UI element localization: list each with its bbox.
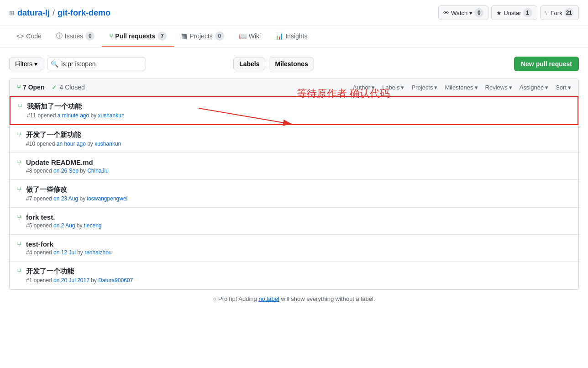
search-input[interactable] xyxy=(47,58,146,70)
tab-issues[interactable]: ⓘ Issues 0 xyxy=(49,26,102,47)
pr-by-10: by xyxy=(87,141,94,147)
pr-author-1[interactable]: Datura900607 xyxy=(98,277,133,284)
milestones-button[interactable]: Milestones xyxy=(269,58,314,70)
fork-label: Fork xyxy=(551,10,562,16)
labels-filter[interactable]: Labels ▾ xyxy=(382,84,404,91)
pr-title-link-11[interactable]: 我新加了一个功能 xyxy=(27,102,82,110)
labels-button[interactable]: Labels xyxy=(233,58,265,70)
issues-count: 0 xyxy=(85,32,94,41)
pr-open-icon: ⑂ xyxy=(17,186,21,194)
pr-time-8[interactable]: on 26 Sep xyxy=(53,168,79,174)
pr-open-icon: ⑂ xyxy=(17,268,21,276)
chevron-down-icon: ▾ xyxy=(401,84,404,91)
pr-time-4[interactable]: on 12 Jul xyxy=(53,249,76,256)
unstar-button[interactable]: ★ Unstar 1 xyxy=(491,5,537,20)
pr-by-7: by xyxy=(80,195,87,202)
milestones-filter[interactable]: Milestones ▾ xyxy=(445,84,478,91)
pr-title-link-5[interactable]: fork test. xyxy=(26,213,55,221)
search-wrapper: 🔍 xyxy=(47,58,230,70)
pr-author-7[interactable]: ioswangpengwei xyxy=(87,195,128,202)
pr-author-4[interactable]: renhaizhou xyxy=(84,249,111,256)
chevron-down-icon: ▾ xyxy=(509,84,512,91)
pr-author-8[interactable]: ChinaJiu xyxy=(87,168,109,174)
pr-item-7: ⑂ 做了一些修改 #7 opened on 23 Aug by ioswangp… xyxy=(10,180,578,208)
pr-by-11: by xyxy=(91,112,98,119)
pr-number-11: #11 xyxy=(27,112,36,119)
fork-button[interactable]: ⑂ Fork 21 xyxy=(540,5,579,20)
tab-pr-label: Pull requests xyxy=(115,32,155,40)
pr-time-5[interactable]: on 2 Aug xyxy=(53,222,75,229)
author-filter[interactable]: Author ▾ xyxy=(353,84,375,91)
pr-item-8: ⑂ Update README.md #8 opened on 26 Sep b… xyxy=(10,153,578,180)
watch-button[interactable]: 👁 Watch ▾ 0 xyxy=(438,5,488,20)
filters-button[interactable]: Filters ▾ xyxy=(9,58,43,70)
tab-code[interactable]: <> Code xyxy=(9,26,49,47)
projects-filter[interactable]: Projects ▾ xyxy=(411,84,437,91)
pr-content-11: 我新加了一个功能 #11 opened a minute ago by xush… xyxy=(27,102,570,119)
chevron-down-icon: ▾ xyxy=(372,84,375,91)
pr-item-11: ⑂ 我新加了一个功能 #11 opened a minute ago by xu… xyxy=(10,96,578,125)
pr-time-10[interactable]: an hour ago xyxy=(57,141,86,147)
protip-text-after: will show everything without a label. xyxy=(281,295,375,302)
pr-by-8: by xyxy=(80,168,87,174)
pr-meta-10: #10 opened an hour ago by xushankun xyxy=(26,141,571,147)
pr-title-7: 做了一些修改 xyxy=(26,185,571,194)
milestones-filter-label: Milestones xyxy=(445,84,473,91)
repo-owner-link[interactable]: datura-lj xyxy=(17,8,50,18)
pr-open-count[interactable]: ⑂ 7 Open xyxy=(17,84,44,91)
chevron-down-icon: ▾ xyxy=(34,60,37,68)
pr-closed-count[interactable]: ✓ 4 Closed xyxy=(52,84,84,91)
pr-open-icon: ⑂ xyxy=(17,84,21,91)
pr-open-icon: ⑂ xyxy=(17,131,21,139)
pr-author-5[interactable]: tieceng xyxy=(84,222,102,229)
pr-opened-text-5: opened xyxy=(34,222,53,229)
pr-author-10[interactable]: xushankun xyxy=(94,141,121,147)
pr-icon-nav: ⑂ xyxy=(109,32,113,40)
author-filter-label: Author xyxy=(353,84,370,91)
pr-time-11[interactable]: a minute ago xyxy=(58,112,89,119)
pr-title-link-8[interactable]: Update README.md xyxy=(26,158,93,166)
assignee-filter[interactable]: Assignee ▾ xyxy=(520,84,548,91)
pr-title-link-4[interactable]: test-fork xyxy=(26,240,53,248)
pr-number-10: #10 xyxy=(26,141,35,147)
tab-projects[interactable]: ▦ Projects 0 xyxy=(174,26,231,47)
wiki-icon: 📖 xyxy=(239,32,247,40)
reviews-filter[interactable]: Reviews ▾ xyxy=(485,84,512,91)
pr-meta-7: #7 opened on 23 Aug by ioswangpengwei xyxy=(26,195,571,202)
tab-pull-requests[interactable]: ⑂ Pull requests 7 xyxy=(102,26,174,47)
pr-title-link-10[interactable]: 开发了一个新功能 xyxy=(26,131,81,138)
protip-link[interactable]: no:label xyxy=(258,295,279,302)
sort-filter[interactable]: Sort ▾ xyxy=(556,84,571,91)
repo-name-link[interactable]: git-fork-demo xyxy=(58,8,110,18)
pr-meta-8: #8 opened on 26 Sep by ChinaJiu xyxy=(26,168,571,174)
pr-open-icon: ⑂ xyxy=(18,103,22,111)
chevron-down-icon: ▾ xyxy=(568,84,571,91)
pr-time-7[interactable]: on 23 Aug xyxy=(53,195,78,202)
pr-content-10: 开发了一个新功能 #10 opened an hour ago by xusha… xyxy=(26,131,571,147)
pr-meta-5: #5 opened on 2 Aug by tieceng xyxy=(26,222,571,229)
tab-insights-label: Insights xyxy=(285,32,307,40)
new-pull-request-button[interactable]: New pull request xyxy=(514,57,579,71)
pr-open-icon: ⑂ xyxy=(17,159,21,167)
chevron-down-icon: ▾ xyxy=(469,10,472,16)
checkmark-icon: ✓ xyxy=(52,84,57,91)
projects-icon: ▦ xyxy=(181,32,187,40)
header-actions: 👁 Watch ▾ 0 ★ Unstar 1 ⑂ Fork 21 xyxy=(438,5,579,20)
pr-time-1[interactable]: on 20 Jul 2017 xyxy=(53,277,89,284)
pr-title-5: fork test. xyxy=(26,213,571,221)
labels-filter-label: Labels xyxy=(382,84,399,91)
pr-list-header-right: Author ▾ Labels ▾ Projects ▾ Milestones … xyxy=(353,84,571,91)
pr-author-11[interactable]: xushankun xyxy=(98,112,125,119)
pr-by-5: by xyxy=(77,222,84,229)
pr-opened-text-1: opened xyxy=(34,277,53,284)
pr-title-link-1[interactable]: 开发了一个功能 xyxy=(26,267,74,275)
pr-opened-text-10: opened xyxy=(37,141,56,147)
tab-insights[interactable]: 📊 Insights xyxy=(268,26,315,47)
fork-icon: ⑂ xyxy=(545,10,549,16)
pr-closed-label: 4 Closed xyxy=(59,84,84,91)
pr-title-link-7[interactable]: 做了一些修改 xyxy=(26,185,67,193)
tab-wiki[interactable]: 📖 Wiki xyxy=(231,26,268,47)
chevron-down-icon: ▾ xyxy=(434,84,437,91)
pr-content-5: fork test. #5 opened on 2 Aug by tieceng xyxy=(26,213,571,229)
repo-title: ⊞ datura-lj / git-fork-demo xyxy=(9,8,110,18)
